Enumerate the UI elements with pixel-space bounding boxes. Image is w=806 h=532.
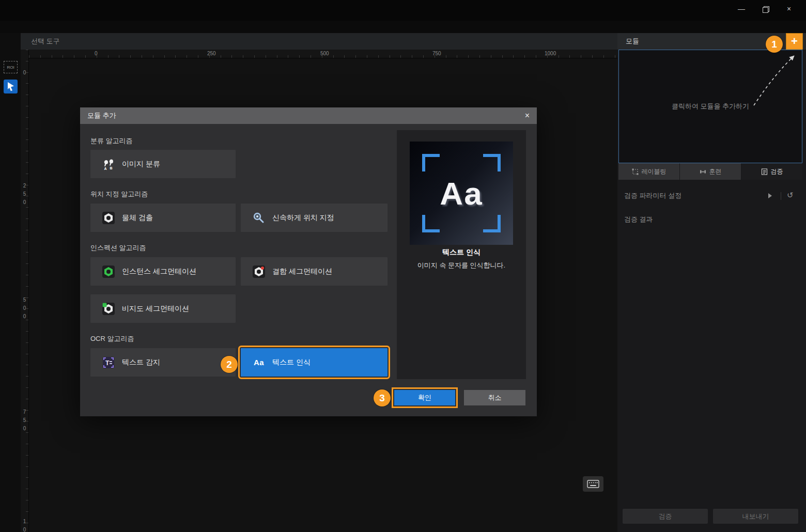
h-ruler-tick: 0 xyxy=(95,51,98,56)
text-recognition-icon: Aa xyxy=(252,356,266,369)
module-panel: 모듈 + 클릭하여 모듈을 추가하기 레이블링 xyxy=(617,33,806,532)
validation-icon xyxy=(761,168,768,175)
export-button-label: 내보내기 xyxy=(742,512,769,521)
dialog-body: 분류 알고리즘 A B 이미지 분류 위치 지정 알고리즘 xyxy=(80,124,537,416)
roi-tool-icon[interactable]: ROI xyxy=(4,61,18,73)
module-instance-segmentation-button[interactable]: 인스턴스 세그먼테이션 xyxy=(90,257,236,286)
svg-text:B: B xyxy=(110,166,113,169)
tab-validation[interactable]: 검증 xyxy=(741,163,802,180)
validate-button-label: 검증 xyxy=(659,512,672,521)
left-tool-rail: ROI xyxy=(0,33,21,532)
instance-segmentation-icon xyxy=(102,265,115,278)
module-empty-hint: 클릭하여 모듈을 추가하기 xyxy=(672,102,749,111)
preview-title: 텍스트 인식 xyxy=(397,248,526,257)
cancel-button[interactable]: 취소 xyxy=(464,390,525,405)
close-icon: × xyxy=(787,5,791,13)
section-classification-label: 분류 알고리즘 xyxy=(90,136,133,146)
h-ruler-tick: 1000 xyxy=(545,51,556,56)
step-3-badge: 3 xyxy=(374,389,391,406)
module-label: 텍스트 인식 xyxy=(272,358,311,367)
tab-labeling[interactable]: 레이블링 xyxy=(618,163,679,180)
window-controls: — × xyxy=(730,2,801,15)
module-defect-segmentation-button[interactable]: 결함 세그먼테이션 xyxy=(241,257,388,286)
history-icon[interactable]: ↺ xyxy=(787,191,794,200)
dialog-close-button[interactable]: × xyxy=(525,112,530,120)
plus-icon: + xyxy=(791,35,798,48)
text-recognition-glyph: Aa xyxy=(410,142,513,245)
chevron-right-icon[interactable] xyxy=(768,193,772,198)
v-ruler-tick: 500 xyxy=(22,296,27,321)
defect-segmentation-icon xyxy=(252,265,266,278)
tab-training-label: 훈련 xyxy=(709,167,722,176)
v-ruler-tick: 750 xyxy=(22,408,27,433)
app-window: — × 선택 도구 ROI 0 250 500 750 1000 0 250 5… xyxy=(0,0,806,532)
object-detection-icon xyxy=(102,211,115,225)
module-preview-image: Aa xyxy=(410,142,513,245)
module-unsupervised-segmentation-button[interactable]: 비지도 세그먼테이션 xyxy=(90,294,236,323)
dialog-title: 모듈 추가 xyxy=(87,111,116,120)
window-titlebar[interactable]: — × xyxy=(0,0,806,21)
v-ruler-tick: 10 xyxy=(22,518,27,532)
roi-tool-label: ROI xyxy=(7,65,14,70)
preview-description: 이미지 속 문자를 인식합니다. xyxy=(397,261,526,270)
step-2-badge: 2 xyxy=(221,356,238,373)
module-fast-positioning-button[interactable]: 신속하게 위치 지정 xyxy=(241,204,388,232)
validation-param-settings-label: 검증 파라미터 설정 xyxy=(624,191,681,200)
section-inspection-label: 인스펙션 알고리즘 xyxy=(90,243,146,253)
add-module-dialog: 모듈 추가 × 분류 알고리즘 A B 이미지 분류 위치 지정 알고리즘 xyxy=(80,107,537,416)
module-text-recognition-button[interactable]: Aa 텍스트 인식 xyxy=(241,348,388,377)
divider xyxy=(781,192,781,200)
fast-positioning-icon xyxy=(252,211,266,225)
vertical-ruler: 0 250 500 750 10 xyxy=(21,50,29,532)
dialog-titlebar[interactable]: 모듈 추가 × xyxy=(80,107,537,124)
ok-button[interactable]: 확인 xyxy=(394,390,455,405)
selection-tool-button[interactable]: 선택 도구 xyxy=(31,37,60,46)
keyboard-icon xyxy=(587,480,599,488)
image-classification-icon: A B xyxy=(102,158,115,171)
virtual-keyboard-button[interactable] xyxy=(583,476,603,492)
validate-button[interactable]: 검증 xyxy=(623,509,708,524)
training-icon xyxy=(700,168,706,175)
module-label: 비지도 세그먼테이션 xyxy=(122,304,189,314)
minimize-icon: — xyxy=(738,5,745,13)
workspace-toolbar: 선택 도구 xyxy=(21,33,617,50)
module-preview-pane: Aa 텍스트 인식 이미지 속 문자를 인식합니다. xyxy=(397,130,526,379)
tab-training[interactable]: 훈련 xyxy=(680,163,741,180)
restore-button[interactable] xyxy=(753,2,777,15)
svg-text:T: T xyxy=(105,359,110,367)
module-panel-tabs: 레이블링 훈련 검증 xyxy=(618,163,802,180)
module-label: 신속하게 위치 지정 xyxy=(272,213,334,223)
validation-param-settings-row[interactable]: 검증 파라미터 설정 ↺ xyxy=(617,186,806,206)
horizontal-ruler: 0 250 500 750 1000 xyxy=(29,50,617,58)
tab-validation-label: 검증 xyxy=(771,167,783,176)
module-image-classification-button[interactable]: A B 이미지 분류 xyxy=(90,150,236,178)
module-label: 이미지 분류 xyxy=(122,160,160,169)
step-1-badge: 1 xyxy=(766,36,783,53)
section-ocr-label: OCR 알고리즘 xyxy=(90,334,134,343)
h-ruler-tick: 750 xyxy=(432,51,441,56)
select-tool-icon[interactable] xyxy=(4,80,18,93)
module-panel-title: 모듈 xyxy=(626,37,639,46)
module-object-detection-button[interactable]: 물체 검출 xyxy=(90,204,236,232)
cancel-button-label: 취소 xyxy=(488,393,502,402)
ok-button-label: 확인 xyxy=(418,393,431,402)
module-text-detection-button[interactable]: T 텍스트 감지 xyxy=(90,348,236,377)
cursor-arrow-icon xyxy=(4,80,18,93)
module-label: 결함 세그먼테이션 xyxy=(272,267,332,276)
unsupervised-segmentation-icon xyxy=(102,302,115,316)
restore-icon xyxy=(763,6,768,12)
export-button[interactable]: 내보내기 xyxy=(713,509,798,524)
tab-labeling-label: 레이블링 xyxy=(642,167,667,176)
close-button[interactable]: × xyxy=(777,2,801,15)
add-module-button[interactable]: + xyxy=(786,33,803,50)
h-ruler-tick: 250 xyxy=(207,51,216,56)
module-label: 인스턴스 세그먼테이션 xyxy=(122,267,196,276)
svg-text:A: A xyxy=(104,167,107,170)
module-label: 물체 검출 xyxy=(122,213,153,223)
v-ruler-tick: 250 xyxy=(22,182,27,207)
v-ruler-tick: 0 xyxy=(22,69,27,77)
section-positioning-label: 위치 지정 알고리즘 xyxy=(90,190,148,199)
module-empty-area[interactable]: 클릭하여 모듈을 추가하기 xyxy=(618,50,802,163)
validation-result-label: 검증 결과 xyxy=(624,215,653,224)
minimize-button[interactable]: — xyxy=(730,2,753,15)
